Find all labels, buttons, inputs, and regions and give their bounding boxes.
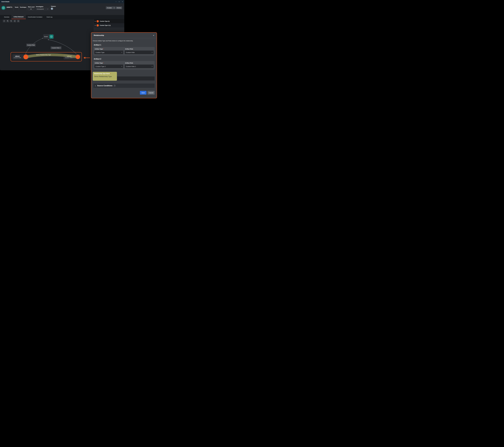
- artifact-role: Custom Role: [14, 57, 21, 58]
- edge-label-custom-role[interactable]: Custom Role: [26, 44, 36, 46]
- escalate-button[interactable]: Escalate: [106, 6, 113, 9]
- custom-type-node-icon: [97, 20, 99, 22]
- relationship-type-field: Relationship Type Name* Demo Relationshi…: [93, 73, 155, 81]
- help-icon[interactable]: ?: [114, 85, 116, 87]
- tab-event-log[interactable]: Event Log: [45, 15, 54, 19]
- field-label-text: Artifact Type: [95, 48, 103, 50]
- refresh-icon[interactable]: [3, 20, 5, 22]
- panel-actions: Save Cancel: [93, 91, 155, 94]
- field-label-text: Artifact Type: [95, 62, 103, 64]
- event-header: 1959771 Tactic Technique Risk Level N/A …: [0, 3, 124, 15]
- callout-arrow-head: [83, 57, 85, 59]
- event-calendar-icon: [49, 35, 54, 39]
- required-marker: *: [103, 62, 104, 64]
- maximize-icon[interactable]: □: [119, 1, 120, 2]
- tab-label: Event Log: [47, 16, 52, 18]
- cancel-button[interactable]: Cancel: [147, 91, 155, 94]
- legend-label: Custom Type (1): [100, 20, 109, 22]
- tab-artifact-behavior[interactable]: Artifact Behavior: [11, 15, 26, 19]
- dismiss-button[interactable]: Dismiss: [116, 6, 122, 9]
- divider: [27, 6, 27, 11]
- tab-bar: Overview Artifact Behavior Event/Inciden…: [0, 15, 124, 19]
- escalate-button-group: Escalate ▾: [106, 6, 115, 9]
- zoom-out-icon[interactable]: [10, 20, 13, 22]
- edge-value1-event: [25, 38, 43, 56]
- custom-type-node-icon: [97, 24, 99, 27]
- relationship-panel-header: Relationship ×: [91, 33, 157, 38]
- divider: [75, 55, 75, 59]
- artifact1-role-select[interactable]: Custom Role ▾: [125, 51, 154, 54]
- divider: [13, 6, 14, 11]
- tab-label: Event/Incident Correlation: [28, 16, 42, 18]
- legend-item-custom-type-2[interactable]: ▶ Custom Type 2 (1): [94, 23, 124, 27]
- tab-label: Overview: [4, 16, 9, 18]
- relationship-type-value[interactable]: Demo Relationship Type: [94, 76, 117, 77]
- edge-label-custom-role-2[interactable]: Custom Role 2: [51, 46, 61, 49]
- artifact2-role-field: Artifact Role Custom Role 2 ▾: [125, 62, 154, 68]
- artifact2-role-select[interactable]: Custom Role 2 ▾: [125, 65, 154, 68]
- fit-view-icon[interactable]: [13, 20, 16, 22]
- event-node-label: Event: [43, 36, 49, 37]
- chevron-down-icon: ▾: [152, 66, 152, 67]
- window-titlebar: Event Details – □ ×: [0, 0, 124, 3]
- close-icon[interactable]: ×: [122, 1, 123, 2]
- chevron-down-icon: ▾: [122, 66, 122, 67]
- tab-overview[interactable]: Overview: [2, 15, 11, 19]
- edge-label-text: Custom Role: [27, 44, 35, 46]
- frame-icon[interactable]: [17, 20, 20, 22]
- technique-label: Technique: [20, 6, 26, 8]
- graph-toolbar: [3, 20, 20, 22]
- select-value: Custom Type: [96, 52, 105, 53]
- required-marker: *: [103, 48, 104, 50]
- tab-event-incident-correlation[interactable]: Event/Incident Correlation: [26, 15, 45, 19]
- event-id: 1959771: [6, 6, 12, 8]
- close-icon[interactable]: ×: [153, 34, 154, 37]
- artifact1-type-select[interactable]: Custom Type ▾: [94, 51, 123, 54]
- zoom-in-icon[interactable]: [6, 20, 9, 22]
- minimize-icon[interactable]: –: [116, 1, 116, 2]
- viewers-label: Viewers: [51, 5, 56, 7]
- risk-level-label: Risk Level: [28, 6, 35, 8]
- artifact-role-label: Artifact Role: [125, 48, 154, 50]
- caret-right-icon: ▶: [95, 21, 96, 22]
- legend-item-custom-type[interactable]: ▶ Custom Type (1): [94, 19, 124, 23]
- divider: [22, 55, 22, 59]
- save-button[interactable]: Save: [140, 91, 146, 94]
- artifact2-card: Artifact Type* Custom Type 2 ▾ Artifact …: [93, 61, 155, 70]
- window-controls: – □ ×: [116, 1, 123, 2]
- artifact2-type-select[interactable]: Custom Type 2 ▾: [94, 65, 123, 68]
- risk-level-badge: N/A: [28, 8, 34, 10]
- custom-type-2-node-icon[interactable]: [76, 55, 80, 59]
- chevron-down-icon: ▾: [152, 52, 152, 53]
- source-conditions-toggle[interactable]: › Source Conditions ?: [93, 84, 155, 88]
- event-node[interactable]: Event: [43, 34, 54, 39]
- select-value: Custom Role: [126, 52, 135, 53]
- panel-title: Relationship: [94, 34, 104, 37]
- escalate-dropdown-button[interactable]: ▾: [113, 6, 115, 9]
- artifact2-heading: Artifact 2: [91, 58, 157, 60]
- tactic-label: Tactic: [15, 6, 18, 8]
- tab-label: Artifact Behavior: [14, 16, 24, 18]
- select-value: Custom Type 2: [96, 66, 106, 67]
- custom-type-node-icon[interactable]: [23, 55, 28, 59]
- investigator-label: Investigator: [36, 6, 43, 7]
- artifact-value: value2: [67, 55, 72, 57]
- artifact-type-label: Artifact Type*: [95, 48, 123, 50]
- field-label-text: Relationship Type Name: [94, 73, 110, 74]
- event-calendar-icon: [1, 6, 5, 10]
- artifact1-role-field: Artifact Role Custom Role ▾: [125, 48, 154, 54]
- relationship-type-highlight: Relationship Type Name* Demo Relationshi…: [93, 72, 117, 81]
- chevron-right-icon: ›: [95, 85, 96, 87]
- panel-description: Choose Artifact Type and Roles below to …: [93, 40, 155, 41]
- artifact1-heading: Artifact 1: [91, 44, 157, 46]
- artifact2-type-field: Artifact Type* Custom Type 2 ▾: [94, 62, 123, 68]
- window-title: Event Details: [1, 1, 9, 2]
- artifact-value: value1: [15, 55, 20, 57]
- legend-label: Custom Type 2 (1): [100, 25, 110, 26]
- artifact1-type-field: Artifact Type* Custom Type ▾: [94, 48, 123, 54]
- relationship-edge-label: Demo Relationship Type: [34, 54, 53, 56]
- chevron-down-icon: ▾: [122, 52, 122, 53]
- investigator-select[interactable]: (Unassigned) ▾: [36, 8, 49, 10]
- relationship-type-label: Relationship Type Name*: [94, 73, 117, 74]
- chevron-down-icon: ▾: [114, 7, 114, 8]
